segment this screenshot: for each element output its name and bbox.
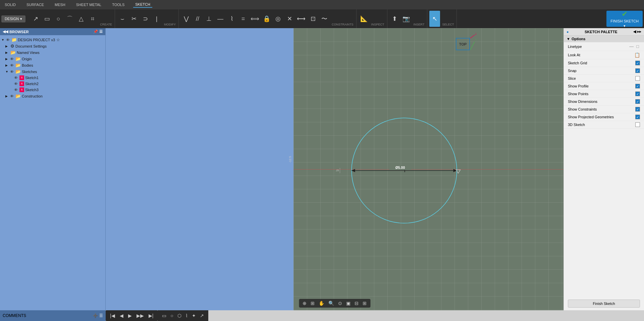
playback-prev-btn[interactable]: ◀ xyxy=(118,312,125,319)
offset-btn[interactable]: ⊃ xyxy=(140,11,151,27)
3d-sketch-checkbox[interactable] xyxy=(635,122,640,127)
menu-sheet-metal[interactable]: SHEET METAL xyxy=(74,2,103,7)
viewport-zoom-btn[interactable]: 🔍 xyxy=(327,300,336,307)
perpendicular-btn[interactable]: ⊥ xyxy=(204,11,214,27)
toolbar-inspect-section: 📐 INSPECT xyxy=(357,9,387,28)
dimension-btn[interactable]: ⟷ xyxy=(296,11,307,27)
slice-checkbox[interactable] xyxy=(635,76,640,81)
playback-play-btn[interactable]: ▶ xyxy=(126,312,133,319)
line-tool-btn[interactable]: ↗ xyxy=(30,11,41,27)
eye-icon[interactable]: 👁 xyxy=(10,94,14,98)
parallel-btn[interactable]: // xyxy=(192,11,203,27)
sketch-spline-btn[interactable]: ⌇ xyxy=(184,312,190,319)
tree-item-doc-settings[interactable]: ▶ ⚙ Document Settings xyxy=(0,43,105,49)
eye-icon[interactable]: 👁 xyxy=(14,88,18,92)
viewport-grid3-btn[interactable]: ⊞ xyxy=(361,300,368,307)
arrow-icon: ▶ xyxy=(5,94,9,98)
show-points-checkbox[interactable]: ✓ xyxy=(635,91,640,96)
trim-btn[interactable]: ✂ xyxy=(128,11,139,27)
comments-menu-icon[interactable]: ☰ xyxy=(99,313,103,318)
tree-item-construction[interactable]: ▶ 👁 📂 Construction xyxy=(0,93,105,99)
sketch-grid-checkbox[interactable]: ✓ xyxy=(635,61,640,65)
playback-start-btn[interactable]: |◀ xyxy=(108,312,117,319)
coincident-btn[interactable]: ⋁ xyxy=(181,11,192,27)
sketch-point-btn[interactable]: ✦ xyxy=(190,312,198,319)
browser-menu-icon[interactable]: ☰ xyxy=(99,29,103,34)
equal-btn[interactable]: = xyxy=(238,11,249,27)
eye-icon[interactable]: 👁 xyxy=(6,38,10,42)
tree-item-bodies[interactable]: ▶ 👁 📂 Bodies xyxy=(0,62,105,68)
rect-tool-btn[interactable]: ▭ xyxy=(42,11,52,27)
sketch-poly-btn[interactable]: ⬡ xyxy=(176,312,183,319)
palette-menu-icon[interactable]: ▸▸ xyxy=(637,29,641,34)
browser-pin-icon[interactable]: 📌 xyxy=(93,29,98,34)
menu-mesh[interactable]: MESH xyxy=(53,2,67,7)
menu-tools[interactable]: TOOLS xyxy=(110,2,126,7)
show-dimensions-checkbox[interactable]: ✓ xyxy=(635,99,640,104)
eye-icon[interactable]: 👁 xyxy=(14,76,18,80)
measure-btn[interactable]: 📐 xyxy=(359,11,369,27)
viewport-grid2-btn[interactable]: ⊟ xyxy=(353,300,360,307)
palette-row-snap: Snap ✓ xyxy=(564,67,644,75)
viewport-home-btn[interactable]: ⊕ xyxy=(301,300,308,307)
finish-sketch-toolbar-btn[interactable]: ✔ FINISH SKETCH ▾ xyxy=(606,11,643,27)
eye-icon[interactable]: 👁 xyxy=(10,63,14,67)
tree-item-sketches[interactable]: ▼ 👁 📂 Sketches xyxy=(0,68,105,75)
insert2-btn[interactable]: 📷 xyxy=(401,11,412,27)
linetype-construction-icon[interactable]: □ xyxy=(635,44,640,49)
sketch-circle-btn[interactable]: ○ xyxy=(169,312,175,319)
sketch-canvas[interactable]: Ø5.00 .25 xyxy=(293,28,564,310)
lock-btn[interactable]: 🔒 xyxy=(261,11,272,27)
sketch-rect-btn[interactable]: ▭ xyxy=(160,312,168,319)
design-button[interactable]: DESIGN ▾ xyxy=(1,15,25,22)
show-profile-checkbox[interactable]: ✓ xyxy=(635,84,640,88)
concentric-btn[interactable]: ◎ xyxy=(273,11,283,27)
viewport-grid-btn[interactable]: ⊞ xyxy=(309,300,316,307)
smooth-btn[interactable]: 〜 xyxy=(319,11,330,27)
polygon-tool-btn[interactable]: △ xyxy=(76,11,87,27)
tree-item-origin[interactable]: ▶ 👁 📂 Origin xyxy=(0,56,105,62)
eye-icon[interactable]: 👁 xyxy=(10,57,14,61)
playback-end-btn[interactable]: ▶| xyxy=(147,312,155,319)
comments-add-icon[interactable]: ➕ xyxy=(93,313,98,318)
tree-item-sketch2[interactable]: 👁 S Sketch2 xyxy=(0,81,105,87)
arc-tool-btn[interactable]: ⌒ xyxy=(64,11,75,27)
options-arrow-icon[interactable]: ▼ xyxy=(567,37,570,41)
menu-sketch[interactable]: SKETCH xyxy=(133,2,152,8)
linetype-solid-icon[interactable]: — xyxy=(628,44,635,49)
lookat-icon[interactable]: 📋 xyxy=(634,52,640,58)
viewport-orbit-btn[interactable]: ⊙ xyxy=(336,300,344,307)
palette-expand-icon[interactable]: ◀ xyxy=(633,29,636,34)
orientation-cube[interactable]: TOP Y Z xyxy=(449,31,476,58)
finish-sketch-palette-btn[interactable]: Finish Sketch xyxy=(568,300,640,308)
browser-collapse-icon[interactable]: ◀◀ xyxy=(3,29,8,34)
canvas-area[interactable]: -12.5 Ø5.00 .25 xyxy=(106,28,564,310)
pattern-btn[interactable]: ⊡ xyxy=(308,11,318,27)
eye-icon[interactable]: 👁 xyxy=(14,82,18,86)
tree-item-sketch1[interactable]: 👁 S Sketch1 xyxy=(0,75,105,81)
tree-item-named-views[interactable]: ▶ 📂 Named Views xyxy=(0,49,105,56)
fillet-btn[interactable]: ⌣ xyxy=(117,11,128,27)
eye-icon[interactable]: 👁 xyxy=(10,70,14,74)
playback-next-btn[interactable]: ▶▶ xyxy=(135,312,146,319)
snap-checkbox[interactable]: ✓ xyxy=(635,68,640,73)
select-btn[interactable]: ↖ xyxy=(429,11,440,27)
horizontal-btn[interactable]: — xyxy=(215,11,226,27)
circle-tool-btn[interactable]: ○ xyxy=(53,11,64,27)
symmetric-btn[interactable]: ⟺ xyxy=(249,11,261,27)
show-projected-checkbox[interactable]: ✓ xyxy=(635,115,640,119)
fix-btn[interactable]: ✕ xyxy=(284,11,295,27)
sketch-cursor-btn[interactable]: ↗ xyxy=(198,312,206,319)
spline-tool-btn[interactable]: ⌗ xyxy=(87,11,98,27)
insert-btn[interactable]: ⬆ xyxy=(389,11,400,27)
show-constraints-checkbox[interactable]: ✓ xyxy=(635,107,640,112)
menu-solid[interactable]: SOLID xyxy=(3,2,18,7)
ruler-number: .25 xyxy=(335,169,339,172)
tangent-btn[interactable]: ⌇ xyxy=(226,11,237,27)
viewport-display-btn[interactable]: ▣ xyxy=(344,300,352,307)
tree-item-project[interactable]: ▼ 👁 📁 DESIGN PROJECT v3 ☆ xyxy=(0,37,105,43)
viewport-pan-btn[interactable]: ✋ xyxy=(317,300,326,307)
menu-surface[interactable]: SURFACE xyxy=(24,2,46,7)
mirror-btn[interactable]: | xyxy=(151,11,162,27)
tree-item-sketch3[interactable]: 👁 S Sketch3 xyxy=(0,87,105,93)
